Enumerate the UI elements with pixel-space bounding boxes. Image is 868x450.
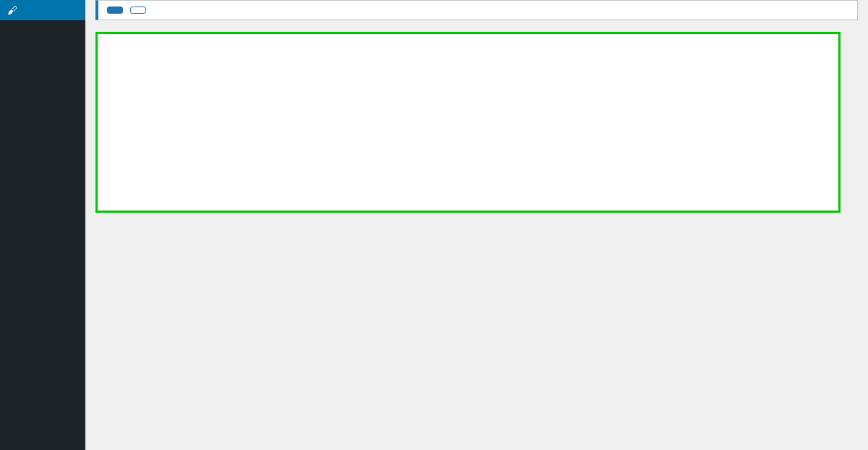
allow-button[interactable] [107, 7, 123, 14]
sidebar-item-appearance[interactable]: 🖌 [0, 0, 85, 20]
code-editor[interactable] [95, 32, 841, 213]
no-thanks-button[interactable] [130, 7, 146, 14]
admin-sidebar: 🖌 [0, 0, 85, 450]
main-content [85, 0, 868, 450]
brush-icon: 🖌 [6, 4, 19, 16]
notice-banner [95, 0, 858, 20]
